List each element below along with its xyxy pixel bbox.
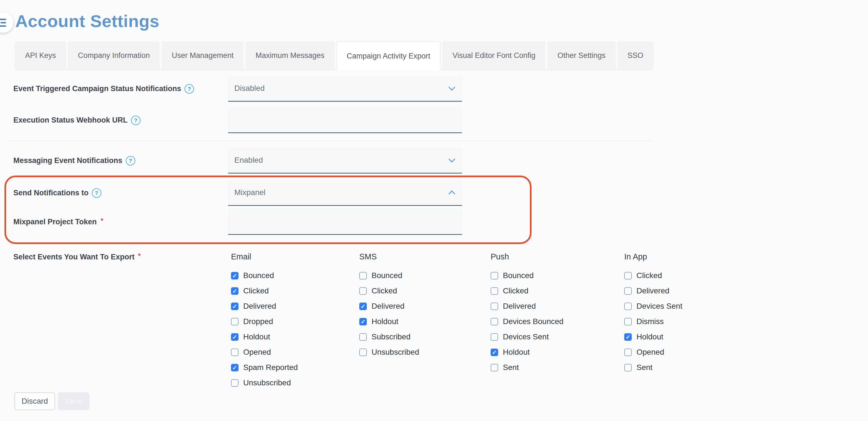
checkbox-icon[interactable] (624, 272, 632, 279)
checkbox-push-devices-bounced[interactable]: Devices Bounced (491, 317, 624, 326)
help-icon[interactable]: ? (126, 156, 135, 166)
checkbox-icon[interactable] (231, 333, 239, 341)
checkbox-icon[interactable] (491, 272, 498, 279)
checkbox-icon[interactable] (231, 348, 239, 356)
checkbox-icon[interactable] (491, 318, 498, 326)
tab-label: User Management (172, 51, 234, 60)
checkbox-push-devices-sent[interactable]: Devices Sent (491, 333, 624, 341)
checkbox-email-delivered[interactable]: Delivered (231, 302, 359, 310)
checkbox-icon[interactable] (491, 303, 498, 310)
checkbox-sms-clicked[interactable]: Clicked (359, 287, 491, 295)
checkbox-icon[interactable] (359, 348, 367, 356)
checkbox-email-bounced[interactable]: Bounced (231, 271, 359, 280)
checkbox-email-unsubscribed[interactable]: Unsubscribed (231, 378, 359, 387)
checkbox-icon[interactable] (231, 318, 239, 326)
checkbox-icon[interactable] (624, 303, 632, 310)
checkbox-icon[interactable] (491, 287, 498, 295)
help-icon[interactable]: ? (131, 116, 141, 125)
checkbox-icon[interactable] (624, 364, 632, 371)
checkbox-label: Devices Bounced (503, 317, 563, 326)
checkbox-icon[interactable] (491, 333, 498, 341)
discard-button[interactable]: Discard (14, 392, 55, 410)
checkbox-label: Devices Sent (637, 302, 682, 311)
checkbox-inapp-opened[interactable]: Opened (624, 348, 736, 356)
checkbox-label: Unsubscribed (372, 348, 419, 357)
checkbox-label: Clicked (637, 271, 662, 280)
tab-visual-editor-font-config[interactable]: Visual Editor Font Config (442, 42, 546, 69)
send-notifications-to-select[interactable]: Mixpanel (228, 180, 462, 206)
checkbox-email-spam-reported[interactable]: Spam Reported (231, 363, 359, 372)
checkbox-icon[interactable] (359, 287, 367, 295)
checkbox-sms-holdout[interactable]: Holdout (359, 317, 491, 326)
checkbox-icon[interactable] (491, 364, 498, 371)
events-section-label: Select Events You Want To Export * (13, 252, 231, 261)
checkbox-inapp-clicked[interactable]: Clicked (624, 271, 736, 280)
events-label-text: Select Events You Want To Export (13, 253, 135, 261)
checkbox-push-holdout[interactable]: Holdout (491, 348, 624, 356)
select-value: Enabled (234, 156, 263, 165)
field-row-messaging-events: Messaging Event Notifications ? Enabled (13, 148, 462, 174)
help-icon[interactable]: ? (185, 84, 194, 94)
field-row-event-triggered: Event Triggered Campaign Status Notifica… (13, 76, 462, 102)
checkbox-icon[interactable] (231, 287, 239, 295)
events-export-section: Select Events You Want To Export * Email… (13, 252, 736, 394)
column-email: Email Bounced Clicked Delivered Dropped … (231, 252, 359, 394)
save-button[interactable]: Save (58, 392, 89, 410)
checkbox-label: Holdout (637, 332, 663, 341)
checkbox-icon[interactable] (491, 348, 498, 356)
tab-other-settings[interactable]: Other Settings (548, 42, 616, 69)
checkbox-sms-delivered[interactable]: Delivered (359, 302, 491, 310)
required-asterisk: * (138, 252, 141, 260)
tab-user-management[interactable]: User Management (162, 42, 244, 69)
checkbox-push-sent[interactable]: Sent (491, 363, 624, 372)
checkbox-icon[interactable] (624, 318, 632, 326)
checkbox-icon[interactable] (359, 318, 367, 326)
checkbox-sms-subscribed[interactable]: Subscribed (359, 333, 491, 341)
tab-sso[interactable]: SSO (618, 42, 653, 69)
checkbox-inapp-sent[interactable]: Sent (624, 363, 736, 372)
checkbox-icon[interactable] (231, 303, 239, 310)
menu-bar-icon (1, 22, 6, 23)
webhook-url-input[interactable] (228, 107, 462, 133)
mixpanel-token-input[interactable] (228, 209, 462, 235)
checkbox-icon[interactable] (624, 287, 632, 295)
checkbox-icon[interactable] (359, 272, 367, 279)
checkbox-label: Bounced (372, 271, 402, 280)
checkbox-inapp-dismiss[interactable]: Dismiss (624, 317, 736, 326)
checkbox-icon[interactable] (359, 303, 367, 310)
field-label: Mixpanel Project Token * (13, 218, 228, 226)
checkbox-sms-bounced[interactable]: Bounced (359, 271, 491, 280)
checkbox-inapp-devices-sent[interactable]: Devices Sent (624, 302, 736, 310)
messaging-events-select[interactable]: Enabled (228, 148, 462, 174)
checkbox-label: Dismiss (637, 317, 664, 326)
checkbox-inapp-delivered[interactable]: Delivered (624, 287, 736, 295)
tab-api-keys[interactable]: API Keys (15, 42, 66, 69)
checkbox-icon[interactable] (359, 333, 367, 341)
checkbox-push-delivered[interactable]: Delivered (491, 302, 624, 310)
field-label-text: Event Triggered Campaign Status Notifica… (13, 84, 181, 93)
checkbox-icon[interactable] (231, 364, 239, 371)
checkbox-label: Dropped (243, 317, 273, 326)
checkbox-email-holdout[interactable]: Holdout (231, 333, 359, 341)
column-header: In App (624, 252, 736, 261)
checkbox-email-clicked[interactable]: Clicked (231, 287, 359, 295)
event-triggered-select[interactable]: Disabled (228, 76, 462, 102)
checkbox-push-clicked[interactable]: Clicked (491, 287, 624, 295)
menu-icon[interactable] (0, 12, 13, 33)
checkbox-label: Delivered (503, 302, 536, 311)
help-icon[interactable]: ? (92, 188, 101, 198)
checkbox-icon[interactable] (231, 379, 239, 387)
checkbox-sms-unsubscribed[interactable]: Unsubscribed (359, 348, 491, 356)
checkbox-label: Devices Sent (503, 332, 549, 341)
tab-company-information[interactable]: Company Information (68, 42, 160, 69)
tab-maximum-messages[interactable]: Maximum Messages (245, 42, 335, 69)
tab-label: API Keys (25, 51, 56, 60)
checkbox-email-dropped[interactable]: Dropped (231, 317, 359, 326)
tab-campaign-activity-export[interactable]: Campaign Activity Export (337, 42, 440, 70)
checkbox-push-bounced[interactable]: Bounced (491, 271, 624, 280)
checkbox-icon[interactable] (624, 348, 632, 356)
checkbox-icon[interactable] (624, 333, 632, 341)
checkbox-icon[interactable] (231, 272, 239, 279)
checkbox-inapp-holdout[interactable]: Holdout (624, 333, 736, 341)
checkbox-email-opened[interactable]: Opened (231, 348, 359, 356)
